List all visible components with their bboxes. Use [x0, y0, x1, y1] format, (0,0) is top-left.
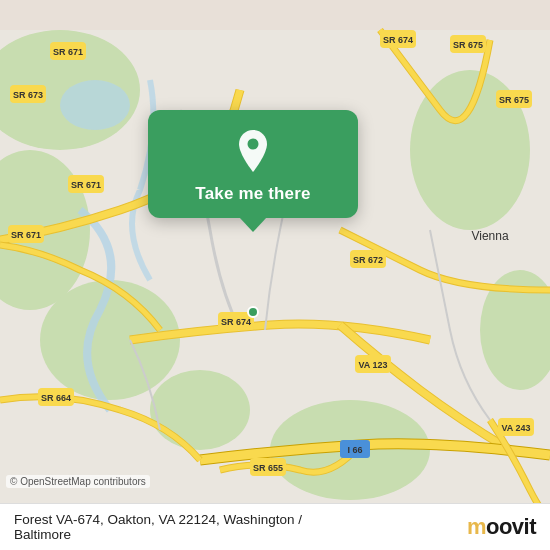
svg-point-8 [60, 80, 130, 130]
svg-text:SR 675: SR 675 [453, 40, 483, 50]
svg-text:SR 671: SR 671 [53, 47, 83, 57]
svg-point-4 [150, 370, 250, 450]
svg-text:VA 123: VA 123 [358, 360, 387, 370]
address-info: Forest VA-674, Oakton, VA 22124, Washing… [14, 512, 302, 542]
svg-text:SR 673: SR 673 [13, 90, 43, 100]
map-background: SR 671 SR 673 SR 671 SR 671 SR 674 SR 67… [0, 0, 550, 550]
svg-text:SR 664: SR 664 [41, 393, 71, 403]
moovit-brand-text: moovit [467, 516, 536, 538]
location-icon [229, 128, 277, 176]
svg-point-38 [248, 307, 258, 317]
bottom-bar: Forest VA-674, Oakton, VA 22124, Washing… [0, 503, 550, 550]
address-line2: Baltimore [14, 527, 302, 542]
svg-text:SR 674: SR 674 [383, 35, 413, 45]
svg-text:SR 672: SR 672 [353, 255, 383, 265]
svg-text:SR 675: SR 675 [499, 95, 529, 105]
svg-text:SR 671: SR 671 [11, 230, 41, 240]
svg-point-39 [248, 139, 259, 150]
copyright-text: © OpenStreetMap contributors [6, 475, 150, 488]
svg-text:VA 243: VA 243 [501, 423, 530, 433]
map-container: SR 671 SR 673 SR 671 SR 671 SR 674 SR 67… [0, 0, 550, 550]
svg-text:SR 655: SR 655 [253, 463, 283, 473]
svg-text:SR 674: SR 674 [221, 317, 251, 327]
svg-text:Vienna: Vienna [471, 229, 508, 243]
svg-text:SR 671: SR 671 [71, 180, 101, 190]
popup-bubble[interactable]: Take me there [148, 110, 358, 218]
moovit-logo: moovit [467, 516, 536, 538]
address-line1: Forest VA-674, Oakton, VA 22124, Washing… [14, 512, 302, 527]
svg-text:I 66: I 66 [347, 445, 362, 455]
popup-label: Take me there [195, 184, 310, 204]
